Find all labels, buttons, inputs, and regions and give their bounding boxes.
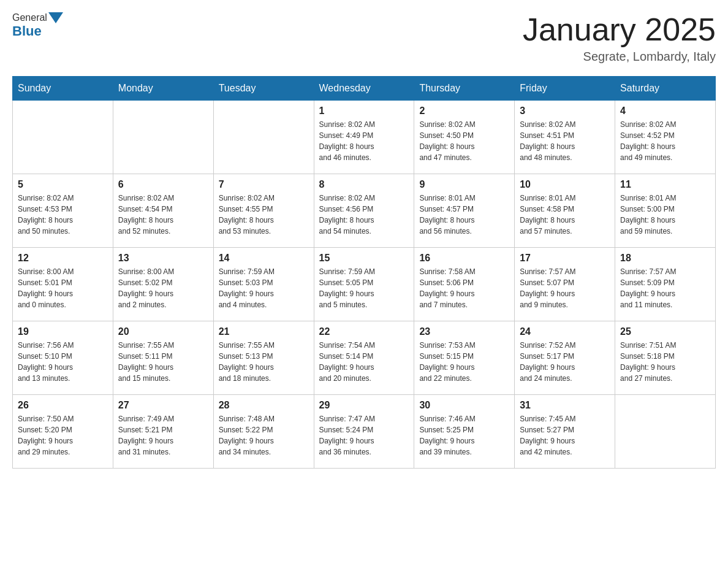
day-info: Sunrise: 7:46 AM Sunset: 5:25 PM Dayligh… xyxy=(419,413,509,458)
day-number: 12 xyxy=(18,253,108,264)
day-number: 2 xyxy=(419,105,509,117)
day-info: Sunrise: 7:50 AM Sunset: 5:20 PM Dayligh… xyxy=(18,413,108,458)
month-title: January 2025 xyxy=(523,12,716,47)
day-info: Sunrise: 8:02 AM Sunset: 4:55 PM Dayligh… xyxy=(219,193,309,237)
calendar-cell: 15Sunrise: 7:59 AM Sunset: 5:05 PM Dayli… xyxy=(314,248,414,321)
weekday-header-friday: Friday xyxy=(515,77,615,101)
day-info: Sunrise: 8:01 AM Sunset: 4:57 PM Dayligh… xyxy=(419,193,509,237)
day-info: Sunrise: 7:59 AM Sunset: 5:03 PM Dayligh… xyxy=(219,266,309,310)
day-info: Sunrise: 7:59 AM Sunset: 5:05 PM Dayligh… xyxy=(319,266,409,310)
calendar-cell: 11Sunrise: 8:01 AM Sunset: 5:00 PM Dayli… xyxy=(615,174,716,248)
calendar-cell: 25Sunrise: 7:51 AM Sunset: 5:18 PM Dayli… xyxy=(615,321,716,395)
calendar-cell: 27Sunrise: 7:49 AM Sunset: 5:21 PM Dayli… xyxy=(113,395,213,469)
day-info: Sunrise: 7:54 AM Sunset: 5:14 PM Dayligh… xyxy=(319,340,409,384)
day-number: 6 xyxy=(118,179,208,190)
logo-triangle-icon xyxy=(48,12,63,23)
calendar-cell: 21Sunrise: 7:55 AM Sunset: 5:13 PM Dayli… xyxy=(213,321,314,395)
location-subtitle: Segrate, Lombardy, Italy xyxy=(523,50,716,64)
calendar-cell xyxy=(615,395,716,469)
day-info: Sunrise: 7:55 AM Sunset: 5:13 PM Dayligh… xyxy=(219,340,309,384)
calendar-cell: 22Sunrise: 7:54 AM Sunset: 5:14 PM Dayli… xyxy=(314,321,414,395)
day-info: Sunrise: 7:47 AM Sunset: 5:24 PM Dayligh… xyxy=(319,413,409,458)
page-header: General Blue January 2025 Segrate, Lomba… xyxy=(12,12,716,64)
weekday-header-thursday: Thursday xyxy=(414,77,515,101)
calendar-cell: 2Sunrise: 8:02 AM Sunset: 4:50 PM Daylig… xyxy=(414,101,515,174)
calendar-week-row: 5Sunrise: 8:02 AM Sunset: 4:53 PM Daylig… xyxy=(13,174,716,248)
weekday-header-saturday: Saturday xyxy=(615,77,716,101)
calendar-cell: 18Sunrise: 7:57 AM Sunset: 5:09 PM Dayli… xyxy=(615,248,716,321)
day-number: 14 xyxy=(219,253,309,264)
calendar-cell: 5Sunrise: 8:02 AM Sunset: 4:53 PM Daylig… xyxy=(13,174,113,248)
calendar-week-row: 19Sunrise: 7:56 AM Sunset: 5:10 PM Dayli… xyxy=(13,321,716,395)
logo-blue-text: Blue xyxy=(12,23,42,39)
day-number: 21 xyxy=(219,326,309,337)
day-number: 26 xyxy=(18,400,108,411)
weekday-header-wednesday: Wednesday xyxy=(314,77,414,101)
day-info: Sunrise: 8:02 AM Sunset: 4:51 PM Dayligh… xyxy=(520,119,610,163)
calendar-cell: 3Sunrise: 8:02 AM Sunset: 4:51 PM Daylig… xyxy=(515,101,615,174)
weekday-header-tuesday: Tuesday xyxy=(213,77,314,101)
title-section: January 2025 Segrate, Lombardy, Italy xyxy=(523,12,716,64)
calendar-cell xyxy=(113,101,213,174)
day-info: Sunrise: 8:02 AM Sunset: 4:50 PM Dayligh… xyxy=(419,119,509,163)
day-number: 17 xyxy=(520,253,610,264)
calendar-cell: 7Sunrise: 8:02 AM Sunset: 4:55 PM Daylig… xyxy=(213,174,314,248)
calendar-cell: 19Sunrise: 7:56 AM Sunset: 5:10 PM Dayli… xyxy=(13,321,113,395)
day-info: Sunrise: 7:49 AM Sunset: 5:21 PM Dayligh… xyxy=(118,413,208,458)
calendar-cell: 13Sunrise: 8:00 AM Sunset: 5:02 PM Dayli… xyxy=(113,248,213,321)
calendar-cell: 1Sunrise: 8:02 AM Sunset: 4:49 PM Daylig… xyxy=(314,101,414,174)
logo: General Blue xyxy=(12,12,64,39)
day-number: 30 xyxy=(419,400,509,411)
day-info: Sunrise: 7:52 AM Sunset: 5:17 PM Dayligh… xyxy=(520,340,610,384)
day-number: 3 xyxy=(520,105,610,117)
calendar-cell xyxy=(213,101,314,174)
day-number: 16 xyxy=(419,253,509,264)
weekday-header-row: SundayMondayTuesdayWednesdayThursdayFrid… xyxy=(13,77,716,101)
calendar-cell xyxy=(13,101,113,174)
day-number: 18 xyxy=(620,253,710,264)
weekday-header-sunday: Sunday xyxy=(13,77,113,101)
day-number: 5 xyxy=(18,179,108,190)
day-number: 28 xyxy=(219,400,309,411)
calendar-cell: 12Sunrise: 8:00 AM Sunset: 5:01 PM Dayli… xyxy=(13,248,113,321)
day-info: Sunrise: 8:02 AM Sunset: 4:52 PM Dayligh… xyxy=(620,119,710,163)
day-number: 25 xyxy=(620,326,710,337)
calendar-cell: 9Sunrise: 8:01 AM Sunset: 4:57 PM Daylig… xyxy=(414,174,515,248)
day-info: Sunrise: 8:02 AM Sunset: 4:56 PM Dayligh… xyxy=(319,193,409,237)
day-number: 19 xyxy=(18,326,108,337)
day-number: 11 xyxy=(620,179,710,190)
day-info: Sunrise: 7:57 AM Sunset: 5:07 PM Dayligh… xyxy=(520,266,610,310)
calendar-cell: 28Sunrise: 7:48 AM Sunset: 5:22 PM Dayli… xyxy=(213,395,314,469)
day-number: 13 xyxy=(118,253,208,264)
calendar-cell: 14Sunrise: 7:59 AM Sunset: 5:03 PM Dayli… xyxy=(213,248,314,321)
calendar-cell: 30Sunrise: 7:46 AM Sunset: 5:25 PM Dayli… xyxy=(414,395,515,469)
day-number: 23 xyxy=(419,326,509,337)
day-number: 15 xyxy=(319,253,409,264)
calendar-table: SundayMondayTuesdayWednesdayThursdayFrid… xyxy=(12,76,716,469)
day-info: Sunrise: 7:56 AM Sunset: 5:10 PM Dayligh… xyxy=(18,340,108,384)
day-info: Sunrise: 8:00 AM Sunset: 5:02 PM Dayligh… xyxy=(118,266,208,310)
day-number: 22 xyxy=(319,326,409,337)
day-info: Sunrise: 8:02 AM Sunset: 4:49 PM Dayligh… xyxy=(319,119,409,163)
day-number: 8 xyxy=(319,179,409,190)
day-info: Sunrise: 7:51 AM Sunset: 5:18 PM Dayligh… xyxy=(620,340,710,384)
calendar-cell: 6Sunrise: 8:02 AM Sunset: 4:54 PM Daylig… xyxy=(113,174,213,248)
calendar-cell: 17Sunrise: 7:57 AM Sunset: 5:07 PM Dayli… xyxy=(515,248,615,321)
calendar-week-row: 12Sunrise: 8:00 AM Sunset: 5:01 PM Dayli… xyxy=(13,248,716,321)
day-number: 7 xyxy=(219,179,309,190)
calendar-cell: 10Sunrise: 8:01 AM Sunset: 4:58 PM Dayli… xyxy=(515,174,615,248)
day-info: Sunrise: 7:48 AM Sunset: 5:22 PM Dayligh… xyxy=(219,413,309,458)
calendar-cell: 8Sunrise: 8:02 AM Sunset: 4:56 PM Daylig… xyxy=(314,174,414,248)
day-number: 10 xyxy=(520,179,610,190)
calendar-cell: 16Sunrise: 7:58 AM Sunset: 5:06 PM Dayli… xyxy=(414,248,515,321)
weekday-header-monday: Monday xyxy=(113,77,213,101)
day-info: Sunrise: 7:57 AM Sunset: 5:09 PM Dayligh… xyxy=(620,266,710,310)
calendar-cell: 24Sunrise: 7:52 AM Sunset: 5:17 PM Dayli… xyxy=(515,321,615,395)
day-info: Sunrise: 7:45 AM Sunset: 5:27 PM Dayligh… xyxy=(520,413,610,458)
day-number: 4 xyxy=(620,105,710,117)
calendar-cell: 4Sunrise: 8:02 AM Sunset: 4:52 PM Daylig… xyxy=(615,101,716,174)
calendar-week-row: 1Sunrise: 8:02 AM Sunset: 4:49 PM Daylig… xyxy=(13,101,716,174)
day-info: Sunrise: 8:00 AM Sunset: 5:01 PM Dayligh… xyxy=(18,266,108,310)
day-info: Sunrise: 7:53 AM Sunset: 5:15 PM Dayligh… xyxy=(419,340,509,384)
day-info: Sunrise: 7:58 AM Sunset: 5:06 PM Dayligh… xyxy=(419,266,509,310)
